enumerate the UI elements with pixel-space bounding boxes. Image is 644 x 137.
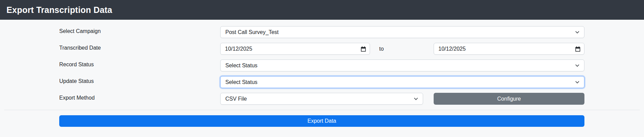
export-method-select[interactable]: CSV File: [220, 93, 423, 105]
export-form: Select Campaign Post Call Survey_Test Tr…: [0, 20, 644, 127]
chevron-down-icon: [575, 81, 579, 84]
date-range-separator: to: [379, 46, 384, 52]
export-method-row: Export Method CSV File Configure: [59, 93, 584, 105]
campaign-select[interactable]: Post Call Survey_Test: [220, 26, 584, 38]
campaign-row: Select Campaign Post Call Survey_Test: [59, 26, 584, 38]
chevron-down-icon: [575, 64, 579, 67]
update-status-row: Update Status Select Status: [59, 76, 584, 88]
export-transcription-page: Export Transcription Data Select Campaig…: [0, 0, 644, 137]
configure-button[interactable]: Configure: [434, 93, 584, 105]
calendar-icon[interactable]: [575, 46, 580, 52]
chevron-down-icon: [575, 31, 579, 34]
record-status-select[interactable]: Select Status: [220, 59, 584, 71]
campaign-label: Select Campaign: [59, 28, 220, 34]
record-status-row: Record Status Select Status: [59, 59, 584, 71]
date-from-input[interactable]: [220, 43, 370, 55]
update-status-label: Update Status: [59, 78, 220, 84]
section-divider: [4, 110, 640, 110]
update-status-select-value: Select Status: [225, 79, 257, 85]
campaign-select-value: Post Call Survey_Test: [225, 29, 279, 35]
page-title: Export Transcription Data: [6, 5, 112, 15]
chevron-down-icon: [414, 98, 418, 100]
update-status-select[interactable]: Select Status: [220, 76, 584, 88]
export-method-select-value: CSV File: [225, 96, 247, 102]
transcribed-date-label: Transcribed Date: [59, 45, 220, 51]
record-status-label: Record Status: [59, 61, 220, 68]
export-data-button[interactable]: Export Data: [59, 115, 584, 127]
date-to-input[interactable]: [434, 43, 584, 55]
page-header: Export Transcription Data: [0, 0, 644, 20]
export-method-label: Export Method: [59, 95, 220, 101]
record-status-select-value: Select Status: [225, 63, 257, 69]
transcribed-date-row: Transcribed Date to: [59, 43, 584, 55]
calendar-icon[interactable]: [361, 46, 366, 52]
